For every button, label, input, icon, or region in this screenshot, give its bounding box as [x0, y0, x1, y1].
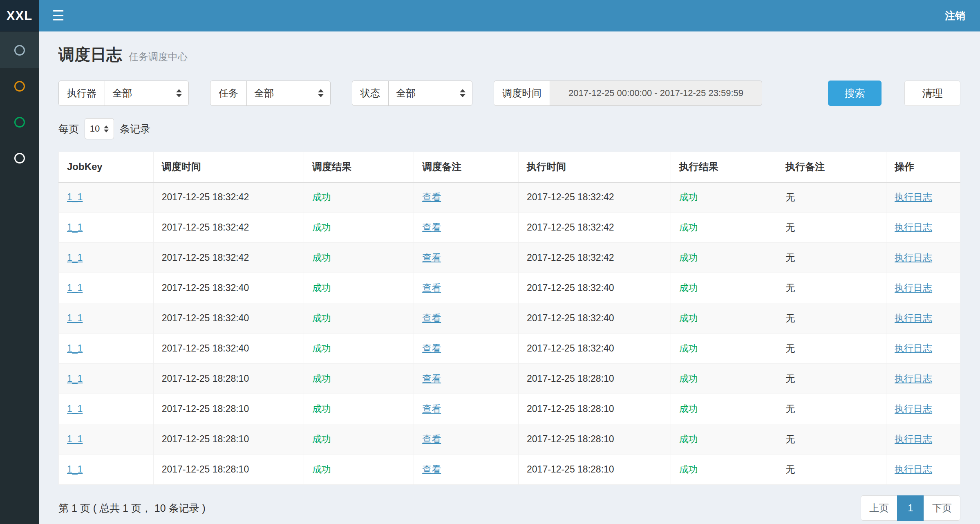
table-row: 1_1 2017-12-25 18:32:40 成功 查看 2017-12-25… — [59, 303, 960, 334]
cell-action: 执行日志 — [886, 424, 960, 455]
filter-toolbar: 执行器 全部 任务 全部 状态 全部 调度时间 2017-12-25 00:00… — [58, 81, 960, 106]
job-key-link[interactable]: 1_1 — [67, 313, 83, 323]
job-key-link[interactable]: 1_1 — [67, 222, 83, 233]
execution-log-link[interactable]: 执行日志 — [895, 313, 932, 323]
cell-trigger-remark: 查看 — [414, 273, 519, 303]
cell-trigger-time: 2017-12-25 18:32:40 — [153, 334, 304, 364]
trigger-remark-link[interactable]: 查看 — [422, 464, 441, 475]
sidebar-menu-item[interactable] — [0, 140, 39, 176]
trigger-remark-link[interactable]: 查看 — [422, 282, 441, 293]
cell-handle-result: 成功 — [671, 455, 777, 485]
trigger-remark-link[interactable]: 查看 — [422, 222, 441, 233]
cell-handle-time: 2017-12-25 18:28:10 — [519, 364, 671, 394]
sidebar-menu-item[interactable] — [0, 104, 39, 140]
trigger-remark-link[interactable]: 查看 — [422, 252, 441, 263]
cell-trigger-time: 2017-12-25 18:28:10 — [153, 424, 304, 455]
trigger-result-status: 成功 — [312, 373, 331, 384]
pagination-summary: 第 1 页 ( 总共 1 页， 10 条记录 ) — [58, 502, 206, 515]
execution-log-link[interactable]: 执行日志 — [895, 403, 932, 414]
trigger-remark-link[interactable]: 查看 — [422, 192, 441, 202]
execution-log-link[interactable]: 执行日志 — [895, 282, 932, 293]
job-key-link[interactable]: 1_1 — [67, 434, 83, 444]
status-filter-label: 状态 — [352, 81, 389, 106]
execution-log-link[interactable]: 执行日志 — [895, 192, 932, 202]
cell-trigger-time: 2017-12-25 18:32:42 — [153, 213, 304, 243]
search-button[interactable]: 搜索 — [828, 81, 882, 106]
app-logo[interactable]: XXL — [0, 0, 39, 31]
cell-handle-result: 成功 — [671, 424, 777, 455]
cell-action: 执行日志 — [886, 243, 960, 273]
execution-log-link[interactable]: 执行日志 — [895, 434, 932, 444]
main-content: 调度日志 任务调度中心 执行器 全部 任务 全部 状态 全部 调度 — [39, 31, 980, 524]
content-header: 调度日志 任务调度中心 — [58, 31, 960, 66]
table-header-row: JobKey 调度时间 调度结果 调度备注 执行时间 执行结果 执行备注 操作 — [59, 152, 960, 182]
clear-button[interactable]: 清理 — [904, 81, 960, 106]
cell-handle-remark: 无 — [777, 424, 886, 455]
table-row: 1_1 2017-12-25 18:32:40 成功 查看 2017-12-25… — [59, 273, 960, 303]
sidebar-menu-item[interactable] — [0, 68, 39, 104]
circle-outline-icon — [14, 81, 25, 92]
table-row: 1_1 2017-12-25 18:32:40 成功 查看 2017-12-25… — [59, 334, 960, 364]
job-key-link[interactable]: 1_1 — [67, 343, 83, 354]
job-key-link[interactable]: 1_1 — [67, 252, 83, 263]
cell-action: 执行日志 — [886, 364, 960, 394]
job-key-link[interactable]: 1_1 — [67, 192, 83, 202]
cell-handle-result: 成功 — [671, 334, 777, 364]
job-key-link[interactable]: 1_1 — [67, 464, 83, 475]
cell-trigger-time: 2017-12-25 18:28:10 — [153, 394, 304, 424]
execution-log-link[interactable]: 执行日志 — [895, 252, 932, 263]
pagination-prev-button[interactable]: 上页 — [861, 495, 897, 521]
cell-handle-result: 成功 — [671, 394, 777, 424]
logout-link[interactable]: 注销 — [945, 9, 980, 22]
executor-filter-select[interactable]: 全部 — [105, 81, 189, 106]
cell-jobkey: 1_1 — [59, 273, 154, 303]
table-row: 1_1 2017-12-25 18:32:42 成功 查看 2017-12-25… — [59, 182, 960, 213]
log-table-body: 1_1 2017-12-25 18:32:42 成功 查看 2017-12-25… — [59, 182, 960, 485]
handle-result-status: 成功 — [679, 434, 698, 444]
handle-result-status: 成功 — [679, 192, 698, 202]
trigger-remark-link[interactable]: 查看 — [422, 313, 441, 323]
sidebar-menu-item[interactable] — [0, 32, 39, 68]
pagination-page-1-button[interactable]: 1 — [897, 495, 924, 521]
executor-filter-value: 全部 — [112, 87, 132, 100]
cell-jobkey: 1_1 — [59, 334, 154, 364]
column-header-action: 操作 — [886, 152, 960, 182]
job-key-link[interactable]: 1_1 — [67, 403, 83, 414]
execution-log-link[interactable]: 执行日志 — [895, 343, 932, 354]
job-key-link[interactable]: 1_1 — [67, 282, 83, 293]
handle-result-status: 成功 — [679, 222, 698, 233]
circle-outline-icon — [14, 117, 25, 128]
cell-action: 执行日志 — [886, 213, 960, 243]
page-size-select[interactable]: 10 — [85, 118, 114, 139]
trigger-remark-link[interactable]: 查看 — [422, 343, 441, 354]
cell-trigger-remark: 查看 — [414, 424, 519, 455]
cell-handle-time: 2017-12-25 18:32:42 — [519, 243, 671, 273]
cell-trigger-remark: 查看 — [414, 455, 519, 485]
page-title: 调度日志 — [58, 44, 122, 66]
cell-trigger-remark: 查看 — [414, 213, 519, 243]
execution-log-link[interactable]: 执行日志 — [895, 222, 932, 233]
execution-log-link[interactable]: 执行日志 — [895, 464, 932, 475]
execution-log-link[interactable]: 执行日志 — [895, 373, 932, 384]
sidebar-toggle-icon[interactable]: ☰ — [39, 0, 77, 31]
cell-trigger-result: 成功 — [304, 213, 414, 243]
handle-result-status: 成功 — [679, 464, 698, 475]
cell-trigger-time: 2017-12-25 18:32:42 — [153, 182, 304, 213]
cell-handle-time: 2017-12-25 18:32:40 — [519, 273, 671, 303]
trigger-time-range-input[interactable]: 2017-12-25 00:00:00 - 2017-12-25 23:59:5… — [550, 81, 762, 106]
select-arrows-icon — [318, 89, 324, 97]
trigger-remark-link[interactable]: 查看 — [422, 403, 441, 414]
job-filter-select[interactable]: 全部 — [246, 81, 331, 106]
trigger-remark-link[interactable]: 查看 — [422, 434, 441, 444]
cell-trigger-remark: 查看 — [414, 182, 519, 213]
cell-trigger-result: 成功 — [304, 455, 414, 485]
job-key-link[interactable]: 1_1 — [67, 373, 83, 384]
cell-handle-time: 2017-12-25 18:28:10 — [519, 424, 671, 455]
status-filter-select[interactable]: 全部 — [388, 81, 472, 106]
table-row: 1_1 2017-12-25 18:32:42 成功 查看 2017-12-25… — [59, 243, 960, 273]
cell-handle-remark: 无 — [777, 213, 886, 243]
cell-trigger-time: 2017-12-25 18:32:40 — [153, 273, 304, 303]
pagination-next-button[interactable]: 下页 — [924, 495, 960, 521]
trigger-remark-link[interactable]: 查看 — [422, 373, 441, 384]
executor-filter-group: 执行器 全部 — [58, 81, 189, 106]
